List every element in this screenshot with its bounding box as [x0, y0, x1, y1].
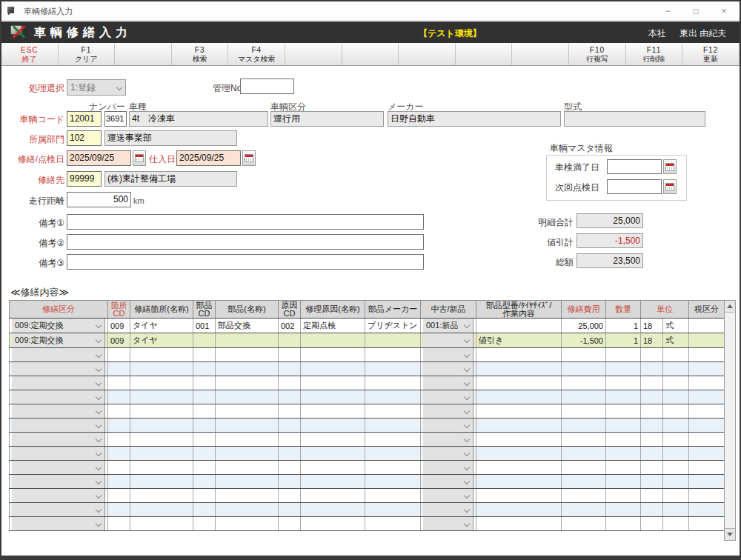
detail-cell[interactable]: [689, 390, 725, 404]
repair-class-dropdown[interactable]: 009:定期交換: [12, 319, 105, 333]
detail-cell[interactable]: [193, 390, 216, 404]
scroll-up-button[interactable]: [725, 301, 735, 313]
detail-cell[interactable]: [365, 376, 421, 390]
detail-cell[interactable]: [193, 503, 216, 517]
detail-cell[interactable]: [301, 447, 365, 461]
detail-cell[interactable]: [689, 433, 725, 447]
detail-cell[interactable]: [562, 390, 606, 404]
detail-cell[interactable]: [130, 517, 193, 531]
detail-cell[interactable]: [641, 362, 663, 376]
fkey-f12-button[interactable]: F12更新: [682, 43, 740, 65]
detail-cell[interactable]: [689, 419, 725, 433]
detail-cell[interactable]: [562, 517, 606, 531]
detail-cell[interactable]: [476, 376, 562, 390]
detail-cell[interactable]: [476, 362, 562, 376]
detail-cell[interactable]: [641, 390, 663, 404]
next-inspection-calendar-button[interactable]: [663, 179, 677, 194]
detail-cell[interactable]: [193, 419, 216, 433]
detail-cell[interactable]: [365, 419, 421, 433]
detail-cell[interactable]: [130, 433, 193, 447]
detail-cell[interactable]: [689, 376, 725, 390]
scroll-down-button[interactable]: [725, 528, 735, 540]
manage-no-input[interactable]: [240, 79, 294, 94]
detail-cell[interactable]: [641, 376, 663, 390]
detail-cell[interactable]: [663, 447, 689, 461]
maximize-button[interactable]: □: [682, 1, 710, 21]
detail-cell[interactable]: [108, 461, 130, 475]
detail-cell[interactable]: [689, 333, 725, 348]
fkey-empty-button[interactable]: [456, 43, 513, 65]
detail-cell[interactable]: 18: [641, 333, 663, 348]
detail-cell[interactable]: [130, 447, 193, 461]
detail-cell[interactable]: 1: [606, 333, 641, 348]
detail-cell[interactable]: [108, 404, 130, 419]
repair-class-dropdown[interactable]: [12, 447, 105, 460]
process-select[interactable]: 1:登録: [67, 79, 126, 96]
detail-cell[interactable]: [193, 433, 216, 447]
note1-input[interactable]: [67, 214, 424, 230]
detail-cell[interactable]: [279, 489, 301, 503]
detail-cell[interactable]: [193, 517, 216, 531]
detail-cell[interactable]: [476, 461, 562, 475]
next-inspection-input[interactable]: [607, 179, 662, 194]
detail-cell[interactable]: [193, 447, 216, 461]
detail-cell[interactable]: [689, 319, 725, 333]
fkey-empty-button[interactable]: [285, 43, 342, 65]
detail-cell[interactable]: [193, 376, 216, 390]
detail-cell[interactable]: [365, 489, 421, 503]
detail-cell[interactable]: [476, 404, 562, 419]
detail-cell[interactable]: [476, 517, 562, 531]
department-code-input[interactable]: 102: [67, 130, 102, 146]
detail-cell[interactable]: [216, 376, 279, 390]
used-new-dropdown[interactable]: [423, 433, 473, 446]
detail-cell[interactable]: [108, 390, 130, 404]
repair-shop-code-input[interactable]: 99999: [67, 171, 102, 187]
note3-input[interactable]: [67, 254, 424, 270]
detail-cell[interactable]: [606, 433, 641, 447]
vehicle-code-input[interactable]: 12001: [67, 111, 102, 127]
repair-class-dropdown[interactable]: [12, 419, 105, 432]
used-new-dropdown[interactable]: [423, 333, 473, 347]
detail-cell[interactable]: 式: [663, 333, 689, 348]
detail-cell[interactable]: 部品交換: [216, 319, 279, 333]
detail-cell[interactable]: [641, 447, 663, 461]
detail-cell[interactable]: タイヤ: [130, 319, 193, 333]
detail-cell[interactable]: [301, 517, 365, 531]
detail-cell[interactable]: 1: [606, 319, 641, 333]
repair-class-dropdown[interactable]: [12, 390, 105, 404]
detail-cell[interactable]: [108, 517, 130, 531]
detail-cell[interactable]: 値引き: [476, 333, 562, 348]
mileage-input[interactable]: 500: [67, 192, 131, 207]
detail-cell[interactable]: [279, 376, 301, 390]
detail-cell[interactable]: [193, 489, 216, 503]
detail-cell[interactable]: [216, 404, 279, 419]
detail-cell[interactable]: [562, 447, 606, 461]
detail-cell[interactable]: [108, 419, 130, 433]
purchase-date-calendar-button[interactable]: [242, 150, 256, 166]
detail-cell[interactable]: [130, 419, 193, 433]
detail-cell[interactable]: [108, 447, 130, 461]
detail-cell[interactable]: [606, 503, 641, 517]
inspection-expiry-calendar-button[interactable]: [663, 159, 677, 174]
fkey-empty-button[interactable]: [342, 43, 399, 65]
detail-cell[interactable]: [641, 461, 663, 475]
detail-cell[interactable]: [279, 461, 301, 475]
detail-cell[interactable]: [663, 489, 689, 503]
detail-cell[interactable]: [301, 390, 365, 404]
detail-cell[interactable]: [301, 376, 365, 390]
detail-cell[interactable]: [216, 503, 279, 517]
fkey-f1-button[interactable]: F1クリア: [59, 43, 116, 65]
fkey-empty-button[interactable]: [115, 43, 172, 65]
detail-cell[interactable]: [663, 503, 689, 517]
detail-cell[interactable]: [606, 475, 641, 489]
detail-cell[interactable]: 25,000: [562, 319, 606, 333]
detail-cell[interactable]: [301, 503, 365, 517]
detail-cell[interactable]: [301, 362, 365, 376]
detail-cell[interactable]: [641, 517, 663, 531]
fkey-f3-button[interactable]: F3検索: [172, 43, 229, 65]
detail-cell[interactable]: [562, 489, 606, 503]
detail-cell[interactable]: [663, 362, 689, 376]
close-button[interactable]: ×: [710, 1, 738, 21]
detail-cell[interactable]: [279, 348, 301, 362]
detail-cell[interactable]: [279, 419, 301, 433]
